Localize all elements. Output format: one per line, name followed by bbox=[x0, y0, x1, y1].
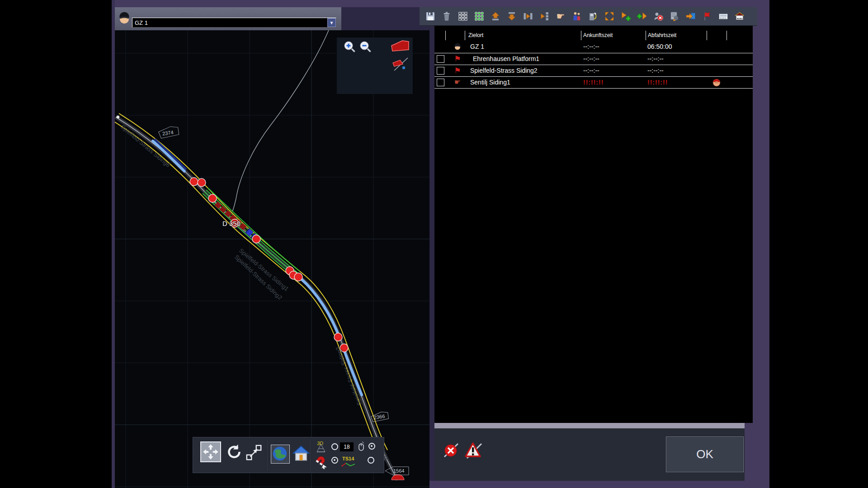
ok-button[interactable]: OK bbox=[666, 436, 744, 472]
arrival-time-alert: !!:!!:!! bbox=[583, 79, 604, 86]
column-divider bbox=[726, 31, 727, 40]
column-divider bbox=[445, 31, 446, 40]
warning-icon[interactable] bbox=[463, 440, 483, 460]
station-hall-icon[interactable] bbox=[734, 11, 745, 22]
jump-to-button[interactable] bbox=[245, 444, 263, 461]
gradient-line-icon bbox=[341, 462, 357, 467]
departure-time: 06:50:00 bbox=[647, 43, 672, 50]
window-frame-left bbox=[112, 0, 115, 488]
departure-time-alert: !!:!!:!! bbox=[647, 79, 668, 86]
driver-avatar-icon bbox=[118, 10, 131, 27]
pan-mode-button[interactable] bbox=[200, 441, 221, 462]
remove-driver-icon[interactable] bbox=[653, 11, 664, 22]
row-checkbox[interactable] bbox=[437, 55, 444, 63]
map-toolbar: 3D 18 TS14 bbox=[193, 437, 384, 473]
radio-snap-mode[interactable] bbox=[331, 457, 338, 464]
svg-text:1564: 1564 bbox=[393, 468, 404, 474]
zoom-level-box[interactable]: 18 bbox=[340, 442, 354, 451]
move-down-icon[interactable] bbox=[506, 11, 517, 22]
road-line bbox=[232, 30, 329, 211]
row-separator bbox=[434, 65, 753, 65]
schedule-row-driver[interactable]: GZ 1 --:--:-- 06:50:00 bbox=[434, 41, 753, 52]
flag-icon[interactable] bbox=[702, 11, 712, 22]
svg-text:D 350: D 350 bbox=[222, 220, 241, 227]
mouse-icon bbox=[358, 441, 364, 451]
satellite-view-button[interactable] bbox=[271, 445, 290, 464]
move-up-icon[interactable] bbox=[490, 11, 501, 22]
arrival-time: --:--:-- bbox=[583, 43, 599, 50]
trash-icon[interactable] bbox=[441, 11, 452, 22]
abandon-schedule-icon[interactable] bbox=[443, 442, 460, 459]
pan-arrows-icon bbox=[201, 442, 220, 461]
train-label: D 350 bbox=[222, 220, 241, 227]
row-separator bbox=[434, 88, 753, 89]
ts14-version-label: TS14 bbox=[342, 456, 354, 461]
window-frame-right bbox=[753, 0, 769, 488]
window-frame-top bbox=[112, 0, 769, 7]
departure-time: --:--:-- bbox=[647, 67, 664, 74]
radio-gradient-mode[interactable] bbox=[368, 457, 374, 464]
navigate-via-icon[interactable] bbox=[604, 11, 615, 22]
row-separator bbox=[434, 76, 753, 77]
passengers-icon[interactable] bbox=[571, 11, 582, 22]
schedule-row-destination[interactable]: ☛ Sentilj Siding1 !!:!!:!! !!:!!:!! bbox=[434, 76, 753, 88]
destination-name: Ehrenhausen Platform1 bbox=[473, 55, 539, 62]
copy-to-train-icon[interactable] bbox=[685, 11, 696, 22]
save-icon[interactable] bbox=[425, 11, 436, 22]
rotate-view-button[interactable] bbox=[225, 443, 243, 461]
flag-icon: ⚑ bbox=[453, 66, 462, 76]
route-map-canvas[interactable]: D 350 Spielfeld-Strass Siding6 Spielfeld… bbox=[115, 30, 429, 488]
schedule-row-destination[interactable]: ⚑ Ehrenhausen Platform1 --:--:-- --:--:-… bbox=[434, 53, 753, 65]
destination-name: GZ 1 bbox=[470, 43, 484, 50]
add-command-icon[interactable] bbox=[620, 11, 631, 22]
window-frame-corner bbox=[745, 423, 769, 488]
map-grid bbox=[115, 30, 429, 488]
column-divider bbox=[465, 31, 465, 40]
driver-avatar-icon bbox=[453, 42, 462, 52]
keyboard-console-icon[interactable] bbox=[718, 11, 729, 22]
driver-select-input[interactable]: GZ 1 bbox=[132, 18, 336, 28]
svg-text:2374: 2374 bbox=[162, 129, 174, 136]
column-header-abfahrtszeit: Abfahrtszeit bbox=[648, 32, 676, 38]
home-view-button[interactable] bbox=[292, 444, 311, 463]
schedule-header: Zielort Ankunftszeit Abfahrtszeit bbox=[434, 30, 753, 41]
toolbar-divider bbox=[266, 439, 267, 471]
grid-green-icon[interactable] bbox=[474, 11, 485, 22]
3d-view-icon[interactable]: 3D bbox=[313, 440, 329, 453]
drive-to-hand-icon[interactable]: ☛ bbox=[555, 11, 566, 22]
snap-magnet-icon[interactable] bbox=[312, 455, 329, 469]
arrival-time: --:--:-- bbox=[583, 55, 599, 62]
refuel-icon[interactable] bbox=[588, 11, 599, 22]
grid-outline-icon[interactable] bbox=[458, 11, 468, 22]
row-checkbox[interactable] bbox=[437, 67, 444, 75]
minimap-panel bbox=[337, 38, 413, 94]
panel-divider-strip bbox=[434, 423, 745, 428]
radio-3d-view[interactable] bbox=[331, 443, 338, 450]
row-checkbox[interactable] bbox=[437, 79, 444, 86]
route-map[interactable]: D 350 Spielfeld-Strass Siding6 Spielfeld… bbox=[115, 30, 429, 488]
couple-vehicle-icon[interactable] bbox=[523, 11, 533, 22]
pointing-hand-icon: ☛ bbox=[453, 78, 462, 88]
schedule-table: Zielort Ankunftszeit Abfahrtszeit GZ 1 -… bbox=[434, 30, 753, 423]
command-toolbar: ☛ bbox=[420, 7, 757, 26]
insert-command-icon[interactable] bbox=[637, 11, 647, 22]
column-header-ankunftszeit: Ankunftszeit bbox=[583, 32, 613, 38]
column-divider bbox=[646, 31, 646, 40]
alarm-clock-icon bbox=[712, 78, 721, 87]
track-labels: Spielfeld-Strass Siding6 Spielfeld-Stras… bbox=[119, 123, 389, 461]
column-divider bbox=[581, 31, 581, 40]
column-header-zielort: Zielort bbox=[468, 32, 483, 38]
arrival-time: --:--:-- bbox=[583, 67, 599, 74]
svg-text:2366: 2366 bbox=[373, 413, 385, 420]
column-divider bbox=[707, 31, 707, 40]
schedule-properties-icon[interactable] bbox=[669, 11, 680, 22]
svg-text:3D: 3D bbox=[317, 441, 323, 446]
departure-time: --:--:-- bbox=[647, 55, 664, 62]
radio-mouse-zoom[interactable] bbox=[368, 443, 375, 450]
row-separator bbox=[434, 53, 753, 53]
flag-icon: ⚑ bbox=[453, 54, 462, 64]
schedule-row-destination[interactable]: ⚑ Spielfeld-Strass Siding2 --:--:-- --:-… bbox=[434, 65, 753, 76]
dropdown-arrow-icon[interactable]: ▼ bbox=[327, 18, 336, 27]
destination-name: Spielfeld-Strass Siding2 bbox=[470, 67, 538, 74]
decouple-vehicle-icon[interactable] bbox=[539, 11, 550, 22]
